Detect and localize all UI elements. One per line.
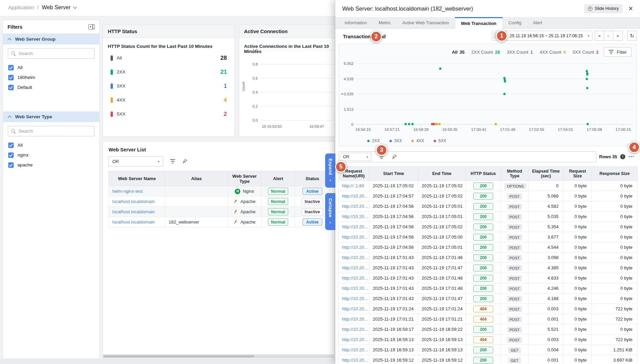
request-uri-link[interactable]: http://10.20...	[342, 296, 368, 301]
tab-web-transaction[interactable]: Web Transaction	[455, 17, 503, 29]
filter-option[interactable]: nginx	[3, 150, 99, 160]
column-header[interactable]: Web Server Type	[228, 171, 261, 186]
pin-icon[interactable]	[182, 159, 188, 164]
checkbox-checked[interactable]	[8, 85, 14, 90]
request-uri-link[interactable]: http://10.20...	[342, 234, 368, 240]
request-uri-link[interactable]: http://10.20...	[342, 275, 368, 281]
stat-item[interactable]: 3XX Count1	[507, 50, 533, 55]
request-uri-link[interactable]: http://10.20...	[342, 316, 368, 322]
cell: 4.582	[528, 201, 564, 212]
bottom-strip	[0, 360, 335, 364]
search-input[interactable]	[18, 129, 91, 134]
request-uri-link[interactable]: http://10.20...	[342, 204, 368, 209]
checkbox-checked[interactable]	[8, 152, 14, 158]
request-uri-link[interactable]: http://10.20...	[342, 193, 368, 199]
request-uri-link[interactable]: http://10.20...	[342, 306, 368, 311]
filter-option[interactable]: 180helm	[3, 72, 99, 82]
tab-alert[interactable]: Alert	[527, 17, 548, 28]
web-server-name-cell[interactable]: localhost.localdomain	[109, 207, 165, 217]
filter-option[interactable]: Default	[3, 82, 99, 92]
panel-expand-tab[interactable]: Expand ‹	[325, 153, 335, 188]
request-uri-link[interactable]: http://10.20...	[342, 214, 368, 219]
refresh-icon[interactable]: ↻	[627, 31, 637, 41]
column-header[interactable]: Alert	[261, 171, 295, 186]
stat-item[interactable]: 4XX Count4	[540, 50, 566, 55]
tab-information[interactable]: Information	[339, 17, 373, 28]
request-uri-link[interactable]: http://10.20...	[342, 224, 368, 229]
http-status-count: 28	[220, 55, 227, 62]
column-header[interactable]: Alias	[165, 171, 228, 186]
checkbox-checked[interactable]	[8, 162, 14, 168]
column-header[interactable]: Status	[295, 171, 330, 186]
column-header[interactable]: HTTP Status	[466, 167, 501, 181]
filter-group-header[interactable]: Web Server Type	[3, 111, 99, 122]
request-uri-link[interactable]: http://10.20...	[342, 358, 368, 363]
time-back-button[interactable]: «	[595, 31, 604, 41]
request-uri-link[interactable]: http://10.20...	[342, 347, 368, 352]
web-server-name-cell[interactable]: localhost.localdomain	[109, 217, 165, 227]
info-icon[interactable]: !	[620, 154, 625, 159]
tab-config[interactable]: Config	[503, 17, 527, 28]
request-uri-link[interactable]: http://10.20...	[342, 337, 368, 342]
filter-option[interactable]: All	[3, 63, 99, 72]
request-uri-link[interactable]: http://10.20...	[342, 255, 368, 260]
column-header[interactable]: Elapsed Time (sec)	[528, 167, 564, 181]
breadcrumb-application[interactable]: Application	[8, 4, 34, 11]
http-status-count: 1	[224, 83, 227, 90]
caret-down-icon[interactable]: ▾	[588, 34, 589, 38]
cell: 2025-11-19 17:01:21	[418, 314, 466, 324]
request-uri-link[interactable]: http://10.20...	[342, 327, 368, 332]
slide-history-button[interactable]: Slide History	[584, 4, 623, 13]
stat-item[interactable]: 2XX Count28	[471, 50, 500, 55]
rows-count-label: Rows 35	[599, 154, 617, 159]
web-server-link[interactable]: localhost.localdomain	[112, 209, 155, 214]
horizontal-scrollbar[interactable]	[103, 354, 334, 358]
chart-filter-button[interactable]: Filter	[604, 47, 631, 57]
request-uri-link[interactable]: http://10.20...	[342, 245, 368, 250]
collapse-sidebar-icon[interactable]	[88, 24, 95, 29]
search-input[interactable]	[18, 51, 91, 56]
stat-item[interactable]: 5XX Count2	[573, 50, 599, 55]
stat-item[interactable]: All35	[452, 50, 464, 55]
column-header[interactable]: Response Size	[592, 167, 638, 181]
request-uri-link[interactable]: http://10.20...	[342, 286, 368, 291]
checkbox-checked[interactable]	[8, 75, 14, 80]
column-header[interactable]: Method Type	[501, 167, 528, 181]
web-server-link[interactable]: localhost.localdomain	[112, 219, 155, 225]
request-uri-link[interactable]: http://10.20...	[342, 265, 368, 270]
column-header[interactable]: End Time	[418, 167, 466, 181]
close-icon[interactable]: ✕	[628, 5, 633, 12]
legend-item[interactable]: 3XX	[389, 138, 402, 143]
web-server-name-cell[interactable]: localhost.localdomain	[109, 197, 165, 207]
checkbox-checked[interactable]	[8, 65, 14, 70]
pin-icon[interactable]	[392, 154, 397, 160]
filter-group-header[interactable]: Web Server Group	[3, 34, 99, 44]
request-uri-link[interactable]: http://::1:80	[342, 183, 364, 188]
tab-metric[interactable]: Metric	[373, 17, 396, 28]
panel-collapse-tab[interactable]: Collapse ›	[325, 193, 335, 230]
web-server-link[interactable]: helm-nginx-test	[112, 189, 143, 194]
web-server-name-cell[interactable]: helm-nginx-test	[109, 186, 165, 197]
column-header[interactable]: Request Size	[564, 167, 592, 181]
tab-active-web-transaction[interactable]: Active Web Transaction	[396, 17, 455, 28]
breadcrumb-caret-icon[interactable]	[73, 5, 77, 9]
cell: http://10.20...	[338, 212, 369, 222]
legend-item[interactable]: 5XX	[434, 138, 446, 143]
time-next-button[interactable]: ▸	[604, 31, 613, 41]
more-options-icon[interactable]: •••	[628, 154, 635, 159]
transaction-operator-select[interactable]: OR ▾	[340, 153, 371, 161]
legend-item[interactable]: 2XX	[367, 138, 380, 143]
column-header[interactable]: Web Server Name	[109, 171, 165, 186]
filter-option[interactable]: All	[3, 140, 99, 150]
web-server-list-operator-select[interactable]: OR ▾	[108, 156, 163, 166]
filter-option[interactable]: apache	[3, 160, 99, 170]
scrollbar-thumb[interactable]	[103, 355, 254, 358]
time-forward-button[interactable]: »	[613, 31, 623, 41]
checkbox-checked[interactable]	[8, 143, 14, 148]
breadcrumb-current[interactable]: Web Server	[42, 4, 71, 11]
transaction-trend-chart-card: All352XX Count283XX Count14XX Count45XX …	[339, 44, 637, 146]
web-server-link[interactable]: localhost.localdomain	[112, 199, 155, 204]
column-header[interactable]: Start Time	[369, 167, 418, 181]
legend-item[interactable]: 4XX	[411, 138, 424, 143]
filter-icon[interactable]	[170, 159, 175, 163]
